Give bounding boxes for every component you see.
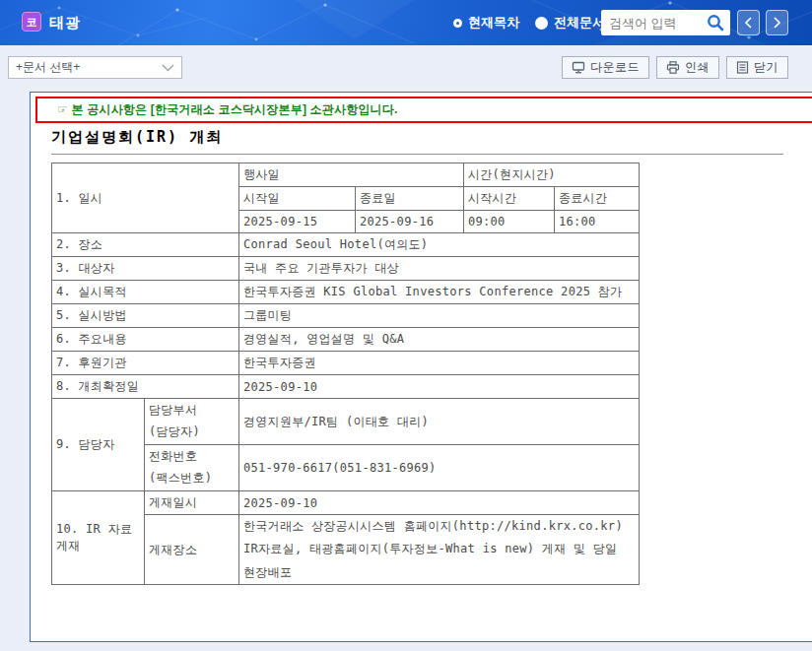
cell-value: 경영실적, 영업설명 및 Q&A (239, 328, 640, 352)
search-icon[interactable] (706, 13, 725, 33)
cell-value: 2025-09-10 (239, 375, 640, 399)
chevron-right-icon (773, 17, 781, 29)
chevron-down-icon (162, 64, 174, 72)
download-button[interactable]: 다운로드 (562, 56, 649, 79)
cell-end-time: 16:00 (555, 211, 640, 233)
search-box (601, 10, 730, 35)
cell-ir-post-place-label: 게재장소 (145, 515, 239, 585)
cell-start-time: 09:00 (464, 211, 555, 233)
cell-value: 국내 주요 기관투자가 대상 (239, 257, 640, 281)
next-button[interactable] (766, 10, 788, 35)
document-panel: ☞ 본 공시사항은 [한국거래소 코스닥시장본부] 소관사항입니다. 기업설명회… (30, 92, 812, 642)
table-row: 7. 후원기관 한국투자증권 (52, 352, 640, 375)
cell-value: 그룹미팅 (239, 304, 640, 328)
cell-label: 4. 실시목적 (52, 281, 239, 304)
table-row: 4. 실시목적 한국투자증권 KIS Global Investors Conf… (52, 281, 640, 304)
chevron-left-icon (744, 17, 753, 29)
title-divider (51, 154, 783, 155)
jurisdiction-notice: ☞ 본 공시사항은 [한국거래소 코스닥시장본부] 소관사항입니다. (35, 97, 812, 123)
radio-current-toc-label: 현재목차 (468, 14, 519, 32)
cell-start-date-header: 시작일 (239, 187, 356, 211)
cell-event-day-header: 행사일 (239, 163, 464, 187)
prev-button[interactable] (737, 10, 760, 35)
table-row: 6. 주요내용 경영실적, 영업설명 및 Q&A (52, 328, 640, 352)
cell-contact-dept-value: 경영지원부/IR팀 (이태호 대리) (239, 399, 640, 445)
table-row: 3. 대상자 국내 주요 기관투자가 대상 (52, 257, 640, 281)
table-row: 8. 개최확정일 2025-09-10 (52, 375, 640, 399)
document-select-label: +문서 선택+ (16, 59, 80, 76)
search-input[interactable] (601, 16, 706, 31)
download-button-label: 다운로드 (590, 59, 640, 76)
cell-end-time-header: 종료시간 (555, 187, 640, 211)
cell-label: 6. 주요내용 (52, 328, 239, 352)
table-row: 10. IR 자료게재 게재일시 2025-09-10 (52, 491, 640, 515)
company-name: 태광 (49, 14, 81, 33)
print-button-label: 인쇄 (685, 59, 710, 76)
document-select-dropdown[interactable]: +문서 선택+ (8, 56, 182, 79)
cell-contact-phone-value: 051-970-6617(051-831-6969) (239, 445, 640, 491)
table-row: 9. 담당자 담당부서 (담당자) 경영지원부/IR팀 (이태호 대리) (52, 399, 640, 445)
print-button[interactable]: 인쇄 (656, 56, 719, 79)
cell-datetime-label: 1. 일시 (52, 163, 239, 233)
toolbar-buttons: 다운로드 인쇄 닫기 (562, 56, 788, 79)
radio-current-toc[interactable] (453, 19, 462, 28)
printer-icon (666, 61, 680, 74)
radio-all-documents[interactable] (535, 17, 548, 30)
document-icon (736, 61, 749, 74)
table-row: 1. 일시 행사일 시간(현지시간) (52, 163, 640, 187)
cell-ir-post-place-value: 한국거래소 상장공시시스템 홈페이지(http://kind.krx.co.kr… (239, 515, 640, 585)
cell-start-date: 2025-09-15 (239, 211, 356, 233)
cell-value: 한국투자증권 KIS Global Investors Conference 2… (239, 281, 640, 304)
kosdaq-market-badge: 코 (22, 12, 41, 32)
cell-end-date-header: 종료일 (356, 187, 464, 211)
cell-ir-post-date-value: 2025-09-10 (239, 491, 640, 515)
cell-local-time-header: 시간(현지시간) (464, 163, 640, 187)
cell-end-date: 2025-09-16 (356, 211, 464, 233)
document-title: 기업설명회(IR) 개최 (51, 128, 223, 147)
cell-label: 2. 장소 (52, 233, 239, 257)
cell-label: 8. 개최확정일 (52, 375, 239, 399)
cell-label: 3. 대상자 (52, 257, 239, 281)
close-button[interactable]: 닫기 (726, 56, 788, 79)
radio-all-documents-label: 전체문서 (554, 14, 605, 32)
table-row: 5. 실시방법 그룹미팅 (52, 304, 640, 328)
document-toolbar: +문서 선택+ 다운로드 인쇄 (0, 45, 812, 92)
cell-value: Conrad Seoul Hotel(여의도) (239, 233, 640, 257)
cell-value: 한국투자증권 (239, 352, 640, 375)
cell-ir-post-label: 10. IR 자료게재 (52, 491, 145, 585)
ir-detail-table: 1. 일시 행사일 시간(현지시간) 시작일 종료일 시작시간 종료시간 202… (51, 163, 640, 585)
table-row: 2. 장소 Conrad Seoul Hotel(여의도) (52, 233, 640, 257)
close-button-label: 닫기 (754, 59, 778, 76)
cell-contact-phone-label: 전화번호 (팩스번호) (145, 445, 239, 491)
cell-start-time-header: 시작시간 (464, 187, 555, 211)
cell-ir-post-date-label: 게재일시 (145, 491, 239, 515)
search-scope-radios: 현재목차 전체문서 (453, 0, 605, 45)
app-header: 코 태광 현재목차 전체문서 (0, 0, 812, 45)
cell-contact-dept-label: 담당부서 (담당자) (145, 399, 239, 445)
download-icon (572, 61, 585, 74)
cell-label: 5. 실시방법 (52, 304, 239, 328)
cell-contact-label: 9. 담당자 (52, 399, 145, 491)
cell-label: 7. 후원기관 (52, 352, 239, 375)
